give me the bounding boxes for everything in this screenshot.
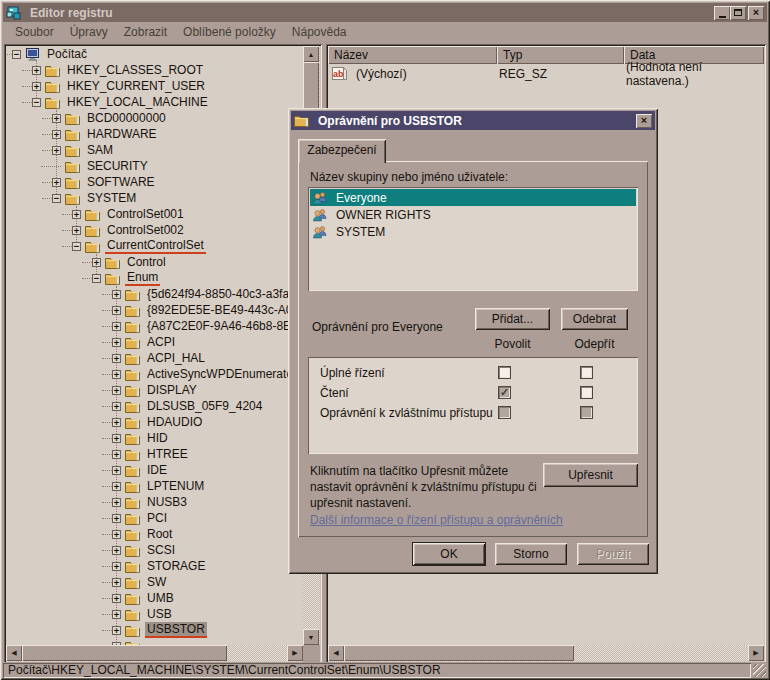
menu-item[interactable]: Oblíbené položky (175, 23, 284, 41)
expand-icon[interactable]: + (112, 578, 121, 587)
expand-icon[interactable]: + (52, 146, 61, 155)
expand-icon[interactable]: + (112, 498, 121, 507)
menu-item[interactable]: Nápověda (284, 23, 355, 41)
dialog-close-button[interactable]: × (636, 114, 652, 128)
expand-icon[interactable]: + (92, 258, 101, 267)
expand-icon[interactable]: + (112, 610, 121, 619)
principal-item[interactable]: SYSTEM (310, 223, 636, 240)
tree-item-label[interactable]: Root (145, 527, 174, 541)
resize-grip[interactable] (753, 664, 766, 677)
principal-item[interactable]: Everyone (310, 189, 636, 206)
expand-icon[interactable]: + (112, 322, 121, 331)
collapse-icon[interactable]: − (92, 274, 101, 283)
tree-item[interactable]: +USB (6, 606, 303, 622)
expand-icon[interactable]: + (112, 338, 121, 347)
minimize-button[interactable] (714, 6, 730, 20)
expand-icon[interactable]: + (52, 130, 61, 139)
tree-item[interactable]: +HTREE (6, 446, 303, 462)
tree-item-label[interactable]: {892EDE5E-BE49-443c-A0B3-C (145, 303, 303, 317)
tree-item[interactable]: +HKEY_CURRENT_USER (6, 78, 303, 94)
tree-item[interactable]: +ACPI_HAL (6, 350, 303, 366)
tree-item[interactable]: SECURITY (6, 158, 303, 174)
tab-security[interactable]: Zabezpečení (298, 139, 386, 163)
scroll-thumb[interactable] (22, 645, 227, 661)
tree-item[interactable]: +{A87C2E0F-9A46-46b8-8EC4- (6, 318, 303, 334)
tree-item-label[interactable]: HID (145, 431, 170, 445)
expand-icon[interactable]: + (112, 370, 121, 379)
menu-item[interactable]: Zobrazit (116, 23, 175, 41)
tree-item[interactable]: −Počítač (6, 46, 303, 62)
tree-item-label[interactable]: ActiveSyncWPDEnumerator (145, 367, 299, 381)
tree-item-label[interactable]: HDAUDIO (145, 415, 204, 429)
expand-icon[interactable]: + (52, 178, 61, 187)
menu-item[interactable]: Soubor (7, 23, 62, 41)
expand-icon[interactable]: + (72, 226, 81, 235)
tree-item[interactable]: +ActiveSyncWPDEnumerator (6, 366, 303, 382)
tree-item-label[interactable]: ACPI (145, 335, 177, 349)
close-button[interactable]: × (748, 6, 764, 20)
tree-item[interactable]: −HKEY_LOCAL_MACHINE (6, 94, 303, 110)
expand-icon[interactable]: + (112, 354, 121, 363)
tree-item-label[interactable]: USBSTOR (145, 622, 207, 638)
tree-item[interactable]: +LPTENUM (6, 478, 303, 494)
tree-item[interactable]: +IDE (6, 462, 303, 478)
allow-checkbox[interactable]: ✓ (498, 386, 511, 399)
tree-item[interactable]: −CurrentControlSet (6, 238, 303, 254)
expand-icon[interactable]: + (112, 306, 121, 315)
tree-item[interactable]: +HDAUDIO (6, 414, 303, 430)
collapse-icon[interactable]: − (52, 194, 61, 203)
expand-icon[interactable]: + (112, 290, 121, 299)
scroll-thumb[interactable] (344, 645, 574, 661)
expand-icon[interactable]: + (52, 114, 61, 123)
scroll-right-icon[interactable]: ▶ (748, 645, 764, 661)
expand-icon[interactable]: + (112, 562, 121, 571)
tree-item[interactable]: +UMB (6, 590, 303, 606)
tree-item-label[interactable]: NUSB3 (145, 495, 189, 509)
allow-checkbox[interactable] (498, 366, 511, 379)
tree-item-label[interactable]: SYSTEM (85, 191, 138, 205)
ok-button[interactable]: OK (413, 543, 485, 565)
advanced-button[interactable]: Upřesnit (543, 463, 638, 487)
collapse-icon[interactable]: − (72, 242, 81, 251)
expand-icon[interactable]: + (112, 418, 121, 427)
tree-item[interactable]: −SYSTEM (6, 190, 303, 206)
tree-item-label[interactable]: SW (145, 575, 168, 589)
tree-item-label[interactable]: DLSUSB_05F9_4204 (145, 399, 264, 413)
menu-item[interactable]: Úpravy (62, 23, 116, 41)
deny-checkbox[interactable] (580, 366, 593, 379)
tree-item[interactable]: +NUSB3 (6, 494, 303, 510)
tree-item-label[interactable]: ACPI_HAL (145, 351, 207, 365)
principal-item[interactable]: OWNER RIGHTS (310, 206, 636, 223)
tree-item[interactable]: +HKEY_CLASSES_ROOT (6, 62, 303, 78)
cancel-button[interactable]: Storno (495, 543, 567, 565)
tree-item[interactable]: +SCSI (6, 542, 303, 558)
tree-item[interactable]: +ControlSet002 (6, 222, 303, 238)
expand-icon[interactable]: + (112, 482, 121, 491)
tree-item[interactable]: +STORAGE (6, 558, 303, 574)
tree-item[interactable]: +{892EDE5E-BE49-443c-A0B3-C (6, 302, 303, 318)
expand-icon[interactable]: + (112, 546, 121, 555)
expand-icon[interactable]: + (112, 402, 121, 411)
tree-item[interactable]: −Enum (6, 270, 303, 286)
tree-item-label[interactable]: BCD00000000 (85, 111, 168, 125)
scroll-down-icon[interactable]: ▼ (303, 629, 319, 645)
tree-item-label[interactable]: {5d624f94-8850-40c3-a3fa-a4 (145, 287, 303, 301)
expand-icon[interactable]: + (112, 466, 121, 475)
remove-button[interactable]: Odebrat (561, 308, 628, 330)
tree-item-label[interactable]: Control (125, 255, 168, 269)
tree-item[interactable]: +USBSTOR (6, 622, 303, 638)
tree-horizontal-scrollbar[interactable]: ◀ ▶ (6, 645, 303, 662)
scroll-left-icon[interactable]: ◀ (328, 645, 344, 661)
expand-icon[interactable]: + (112, 626, 121, 635)
tree-item-label[interactable]: HKEY_CURRENT_USER (65, 79, 207, 93)
expand-icon[interactable]: + (32, 82, 41, 91)
tree-item[interactable]: +SOFTWARE (6, 174, 303, 190)
collapse-icon[interactable]: − (32, 98, 41, 107)
tree-item[interactable]: +HARDWARE (6, 126, 303, 142)
tree-item[interactable]: +SW (6, 574, 303, 590)
tree-item[interactable]: +DISPLAY (6, 382, 303, 398)
access-control-help-link[interactable]: Další informace o řízení přístupu a oprá… (310, 513, 563, 527)
tree-item-label[interactable]: HKEY_LOCAL_MACHINE (65, 95, 210, 109)
tree-item[interactable]: +ACPI (6, 334, 303, 350)
add-button[interactable]: Přidat... (475, 308, 550, 330)
